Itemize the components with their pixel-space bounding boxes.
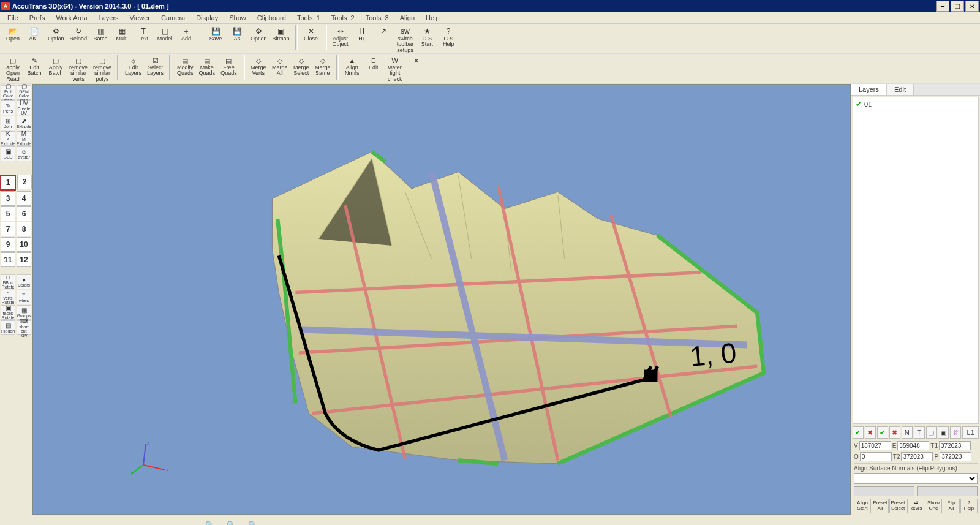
left-hidden[interactable]: ▤Hidden: [1, 320, 15, 335]
viewport-slot-5[interactable]: 5: [1, 206, 15, 221]
preset-all[interactable]: Preset All: [872, 499, 889, 513]
edit-button[interactable]: EEdit: [363, 55, 384, 72]
left-pens[interactable]: ✎Pens: [1, 100, 15, 115]
viewport-slot-3[interactable]: 3: [1, 191, 15, 206]
left-dem[interactable]: ▢DEM Color map: [17, 85, 31, 100]
akf-button[interactable]: 📄AKF: [24, 25, 45, 43]
flip-all[interactable]: Flip All: [943, 499, 960, 513]
menu-layers[interactable]: Layers: [94, 13, 124, 22]
merge-same[interactable]: ◇Merge Same: [312, 55, 333, 78]
zoom-x1[interactable]: 🔍x1 Zoom: [200, 519, 221, 525]
tab-edit[interactable]: Edit: [887, 84, 914, 95]
left-faces[interactable]: ▣faces Rotate: [1, 305, 15, 320]
viewport-slot-12[interactable]: 12: [17, 252, 31, 267]
menu-align[interactable]: Align: [395, 13, 420, 22]
save-option-button[interactable]: ⚙Option: [248, 25, 270, 43]
bitmap-button[interactable]: ▣Bitmap: [270, 25, 292, 43]
select-layers-button[interactable]: ☑Select Layers: [145, 55, 166, 78]
viewport-slot-9[interactable]: 9: [1, 237, 15, 252]
left-edit[interactable]: ▢Edit Color map: [1, 85, 15, 100]
left-l-3d[interactable]: ▣L-3D: [1, 146, 15, 161]
cs-start-button[interactable]: ★C-S Start: [417, 25, 437, 49]
menu-show[interactable]: Show: [224, 13, 251, 22]
switch-toolbar-button[interactable]: swswitch toolbar setups: [394, 25, 417, 55]
arrow-button[interactable]: ↗: [373, 25, 394, 37]
reverse[interactable]: ⇄ Revrs: [907, 499, 924, 513]
align-normals[interactable]: ▲Align Nrmls: [342, 55, 363, 78]
left-verts[interactable]: ·verts Rotate: [1, 290, 15, 304]
zoom-out[interactable]: 🔍Out Zoom: [243, 519, 263, 525]
viewport-slot-8[interactable]: 8: [17, 222, 31, 236]
viewport-slot-11[interactable]: 11: [1, 252, 15, 267]
menu-tools2[interactable]: Tools_2: [326, 13, 360, 22]
box2-icon[interactable]: ▣: [938, 426, 949, 439]
menu-help[interactable]: Help: [421, 13, 445, 22]
x-button[interactable]: ✕: [406, 55, 427, 66]
multi-button[interactable]: ▦Multi: [111, 25, 132, 43]
menu-prefs[interactable]: Prefs: [24, 13, 50, 22]
light-both[interactable]: Light both sides: [88, 516, 109, 525]
batch-button[interactable]: ▥Batch: [90, 25, 111, 43]
zoom-in[interactable]: 🔍In Zoom: [221, 519, 242, 525]
left-colors[interactable]: ●Colors: [17, 274, 31, 289]
help[interactable]: ? Help: [960, 499, 978, 513]
no-stage[interactable]: No Stage: [67, 519, 88, 525]
minimize-button[interactable]: ━: [936, 1, 949, 12]
remove-similar-polys[interactable]: ▢remove similar polys: [91, 55, 114, 83]
model-button[interactable]: ◫Model: [154, 25, 175, 43]
menu-workarea[interactable]: Work Area: [51, 13, 92, 22]
preset-select[interactable]: Preset Select: [889, 499, 907, 513]
edit-batch[interactable]: ✎Edit Batch: [24, 55, 45, 78]
merge-select[interactable]: ◇Merge Select: [291, 55, 312, 78]
bottom[interactable]: □Bottom: [176, 521, 199, 525]
viewport-slot-1[interactable]: 1: [0, 175, 16, 191]
viewport-slot-2[interactable]: 2: [17, 175, 32, 189]
left-short[interactable]: ⌨short cut key: [17, 320, 31, 335]
close-button[interactable]: ✕Close: [301, 25, 322, 43]
option-button[interactable]: ⚙Option: [45, 25, 67, 43]
free-quads[interactable]: ▤Free Quads: [218, 55, 239, 78]
parallel-off[interactable]: Parallel OFF: [110, 519, 133, 525]
viewport-slot-4[interactable]: 4: [17, 191, 31, 206]
accept-icon[interactable]: ✔: [853, 426, 864, 439]
left-create[interactable]: UVCreate UV: [17, 100, 31, 115]
menu-tools3[interactable]: Tools_3: [361, 13, 394, 22]
make-quads[interactable]: ▤Make Quads: [197, 55, 218, 78]
apply-batch[interactable]: ▢Apply Batch: [45, 55, 66, 78]
menu-clipboard[interactable]: Clipboard: [252, 13, 291, 22]
left-join[interactable]: ⊞Join: [1, 116, 15, 130]
viewport-slot-10[interactable]: 10: [17, 237, 31, 252]
back[interactable]: □Back: [155, 521, 176, 525]
merge-all[interactable]: ◇Merge All: [270, 55, 290, 78]
cs-help-button[interactable]: ?C-S Help: [438, 25, 459, 49]
viewport-slot-7[interactable]: 7: [1, 222, 15, 236]
fov[interactable]: ◁FOV: [358, 521, 379, 525]
rotate-ccw[interactable]: ←C Rotate: [423, 519, 444, 525]
ccl-world[interactable]: CCL world: [380, 519, 401, 525]
reject2-icon[interactable]: ✖: [889, 426, 900, 439]
left-bbox[interactable]: □BBox Rotate: [1, 274, 15, 289]
left-avatar[interactable]: ☺avatar: [17, 146, 31, 161]
box-icon[interactable]: ▢: [926, 426, 937, 439]
t-icon[interactable]: T: [914, 426, 925, 439]
accept2-icon[interactable]: ✔: [877, 426, 888, 439]
rotate-cw[interactable]: C→ Rotate: [401, 519, 423, 525]
water-tight-check[interactable]: Wwater tight check: [385, 55, 405, 83]
reject-icon[interactable]: ✖: [865, 426, 876, 439]
viewport-slot-6[interactable]: 6: [17, 206, 31, 221]
remove-similar-verts[interactable]: ▢remove similar verts: [67, 55, 90, 83]
left-extrude[interactable]: ⬈Extrude: [17, 116, 31, 130]
menu-camera[interactable]: Camera: [156, 13, 190, 22]
flip-icon[interactable]: ⇵: [950, 426, 961, 439]
merge-verts[interactable]: ◇Merge Verts: [248, 55, 269, 78]
menu-display[interactable]: Display: [191, 13, 223, 22]
close-window-button[interactable]: ✕: [965, 1, 979, 12]
modify-quads[interactable]: ▤Modify Quads: [175, 55, 196, 78]
menu-viewer[interactable]: Viewer: [125, 13, 155, 22]
layer-entry[interactable]: ✔ 01: [856, 100, 976, 108]
show-one[interactable]: Show One: [925, 499, 942, 513]
saveas-button[interactable]: 💾As: [227, 25, 247, 43]
top[interactable]: □Top: [134, 521, 154, 525]
ogl-on[interactable]: OGL ON: [2, 519, 23, 525]
left-wires[interactable]: ≡wires: [17, 290, 31, 304]
